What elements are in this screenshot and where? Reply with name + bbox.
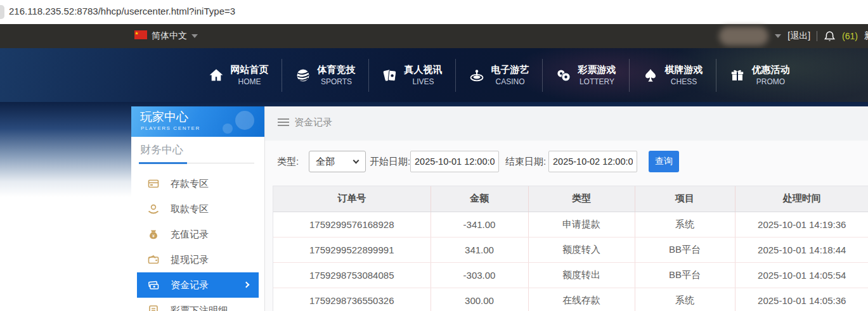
- url-text[interactable]: 216.118.235.52:8783/hhcp/usercenter.html…: [9, 0, 235, 23]
- type-select-value: 全部: [316, 151, 335, 172]
- cell-time: 2025-10-01 14:18:44: [735, 237, 868, 262]
- browser-url-bar: 216.118.235.52:8783/hhcp/usercenter.html…: [0, 0, 868, 24]
- browser-chrome-fragment: [0, 5, 4, 19]
- notification-bell-icon[interactable]: [824, 30, 836, 42]
- topbar-divider: [817, 31, 817, 41]
- svg-text:¥: ¥: [152, 234, 155, 238]
- nav-item-text: 电子游艺 CASINO: [491, 64, 529, 86]
- type-filter-label: 类型:: [277, 151, 299, 172]
- sidebar-menu: 存款专区 取款专区 ¥ 充值记录 提现记录: [131, 171, 264, 311]
- cell-item: 系统: [635, 288, 735, 311]
- language-selector[interactable]: 简体中文: [134, 24, 198, 48]
- nav-item-lottery[interactable]: 彩票游戏 LOTTERY: [542, 48, 629, 102]
- cell-type: 在线存款: [528, 288, 635, 311]
- deposit-card-icon: [148, 178, 159, 189]
- bet-list-icon: [148, 305, 159, 311]
- logout-button[interactable]: [退出]: [787, 30, 810, 42]
- chevron-down-icon: [353, 158, 360, 164]
- content-pane: 资金记录 类型: 全部 开始日期: 结束日期: 查询 订单号 金额 类型 项目 …: [265, 106, 868, 311]
- nav-item-lives[interactable]: 真人视讯 LIVES: [368, 48, 455, 102]
- chevron-down-icon[interactable]: [775, 34, 781, 38]
- sidebar-item-withdrawal-records[interactable]: 提现记录: [131, 247, 264, 272]
- nav-item-subtitle: LIVES: [412, 77, 434, 86]
- wallet-icon: [148, 254, 159, 265]
- nav-item-title: 电子游艺: [491, 64, 529, 76]
- gamepad-decoration-icon: [223, 110, 256, 134]
- cell-amount: 300.00: [431, 288, 528, 311]
- unread-count-badge[interactable]: (61): [842, 31, 858, 41]
- sidebar-item-recharge-records[interactable]: ¥ 充值记录: [131, 222, 264, 247]
- start-date-label: 开始日期:: [370, 151, 410, 172]
- announcement-text: 新: [864, 30, 868, 42]
- account-topbar: 简体中文 [退出] (61) 新: [0, 24, 868, 48]
- column-header-type: 类型: [528, 186, 635, 212]
- nav-item-chess[interactable]: 棋牌游戏 CHESS: [629, 48, 716, 102]
- cell-item: BB平台: [635, 237, 735, 262]
- nav-list: 网站首页 HOME 体育竞技 SPORTS 真人视讯 L: [195, 48, 803, 102]
- start-date-input[interactable]: [410, 151, 499, 172]
- nav-item-home[interactable]: 网站首页 HOME: [195, 48, 282, 102]
- type-select[interactable]: 全部: [309, 151, 366, 172]
- table-header-row: 订单号 金额 类型 项目 处理时间: [273, 186, 868, 212]
- language-label: 简体中文: [152, 30, 187, 42]
- table-row: 1759298736550326 300.00 在线存款 系统 2025-10-…: [273, 288, 868, 311]
- nav-item-subtitle: PROMO: [756, 77, 785, 86]
- funds-table-wrap: 订单号 金额 类型 项目 处理时间 1759299576168928 -341.…: [273, 186, 868, 311]
- nav-item-subtitle: LOTTERY: [580, 77, 614, 86]
- sidebar-item-deposit[interactable]: 存款专区: [131, 171, 264, 196]
- chevron-down-icon: [191, 34, 198, 38]
- sidebar-section-rule: [139, 163, 254, 163]
- spade-icon: [642, 67, 659, 84]
- roulette-icon: [469, 67, 485, 84]
- menu-icon: [278, 118, 289, 120]
- withdraw-hand-icon: [148, 203, 159, 215]
- sidebar-item-label: 资金记录: [171, 272, 209, 298]
- nav-item-text: 棋牌游戏 CHESS: [665, 64, 703, 86]
- cell-type: 申请提款: [528, 212, 635, 237]
- chevron-right-icon: [243, 282, 250, 288]
- sidebar: 玩家中心 PLAYERS CENTER 财务中心 存款专区 取款专区 ¥: [131, 106, 265, 311]
- sidebar-item-lottery-bet-details[interactable]: 彩票下注明细: [131, 298, 264, 311]
- cell-amount: -341.00: [431, 212, 528, 237]
- cell-time: 2025-10-01 14:05:36: [735, 288, 868, 311]
- nav-item-sports[interactable]: 体育竞技 SPORTS: [282, 48, 368, 102]
- screen: 216.118.235.52:8783/hhcp/usercenter.html…: [0, 0, 868, 311]
- nav-item-text: 体育竞技 SPORTS: [318, 64, 356, 86]
- query-button[interactable]: 查询: [649, 151, 679, 172]
- sidebar-item-label: 彩票下注明细: [171, 298, 228, 311]
- sidebar-item-label: 充值记录: [171, 222, 209, 247]
- main-navigation: 网站首页 HOME 体育竞技 SPORTS 真人视讯 L: [0, 48, 868, 102]
- cell-amount: -303.00: [431, 262, 528, 288]
- end-date-input[interactable]: [548, 151, 637, 172]
- nav-item-subtitle: CASINO: [495, 77, 524, 86]
- sidebar-item-label: 存款专区: [171, 171, 209, 196]
- cell-time: 2025-10-01 14:05:54: [735, 262, 868, 288]
- lottery-balls-icon: [555, 67, 572, 84]
- gift-icon: [729, 67, 746, 84]
- nav-item-casino[interactable]: 电子游艺 CASINO: [455, 48, 542, 102]
- cell-item: 系统: [635, 212, 735, 237]
- nav-item-title: 棋牌游戏: [665, 64, 703, 76]
- cell-order-no: 1759298736550326: [273, 288, 431, 311]
- cell-amount: 341.00: [431, 237, 528, 262]
- nav-item-promo[interactable]: 优惠活动 PROMO: [716, 48, 803, 102]
- sidebar-header: 玩家中心 PLAYERS CENTER: [131, 106, 264, 137]
- sidebar-item-funds-records[interactable]: 资金记录: [137, 272, 259, 298]
- nav-item-text: 真人视讯 LIVES: [405, 64, 443, 86]
- funds-table: 订单号 金额 类型 项目 处理时间 1759299576168928 -341.…: [273, 186, 868, 311]
- nav-item-title: 体育竞技: [318, 64, 356, 76]
- nav-item-text: 彩票游戏 LOTTERY: [578, 64, 616, 86]
- china-flag-icon: [134, 30, 147, 42]
- home-icon: [208, 67, 224, 84]
- sidebar-item-withdraw[interactable]: 取款专区: [131, 196, 264, 222]
- banknotes-icon: [148, 279, 159, 291]
- cell-type: 额度转入: [528, 237, 635, 262]
- column-header-item: 项目: [635, 186, 735, 212]
- column-header-amount: 金额: [431, 186, 528, 212]
- cell-item: BB平台: [635, 262, 735, 288]
- cell-order-no: 1759298753084085: [273, 262, 431, 288]
- cell-type: 额度转出: [528, 262, 635, 288]
- column-header-time: 处理时间: [735, 186, 868, 212]
- username-redacted[interactable]: [719, 27, 768, 46]
- sidebar-title: 玩家中心: [140, 109, 188, 125]
